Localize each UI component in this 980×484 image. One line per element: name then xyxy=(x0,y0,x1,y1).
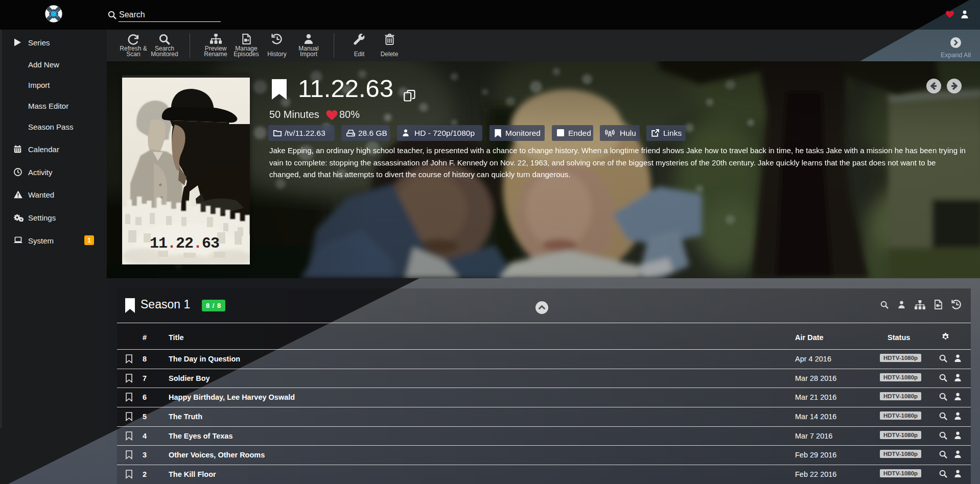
svg-text:11.22.63: 11.22.63 xyxy=(150,235,219,252)
